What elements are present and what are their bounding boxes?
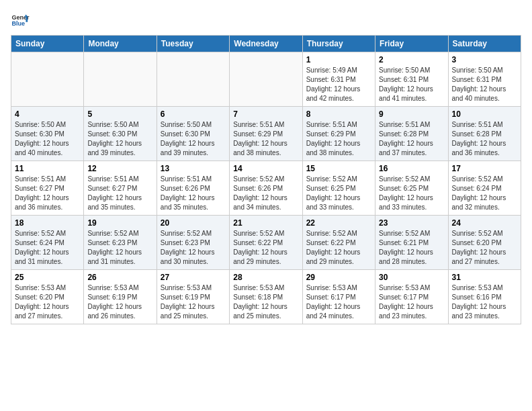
calendar-body: 1Sunrise: 5:49 AM Sunset: 6:31 PM Daylig… <box>11 52 521 324</box>
calendar-cell: 3Sunrise: 5:50 AM Sunset: 6:31 PM Daylig… <box>448 52 521 107</box>
weekday-tuesday: Tuesday <box>157 36 229 52</box>
calendar-cell: 23Sunrise: 5:52 AM Sunset: 6:21 PM Dayli… <box>375 216 448 270</box>
week-row-2: 4Sunrise: 5:50 AM Sunset: 6:30 PM Daylig… <box>11 107 521 161</box>
calendar-cell: 31Sunrise: 5:53 AM Sunset: 6:16 PM Dayli… <box>448 270 521 324</box>
svg-text:Blue: Blue <box>11 20 25 27</box>
day-info: Sunrise: 5:52 AM Sunset: 6:23 PM Dayligh… <box>161 229 226 267</box>
day-info: Sunrise: 5:52 AM Sunset: 6:20 PM Dayligh… <box>452 229 517 267</box>
calendar-cell: 12Sunrise: 5:51 AM Sunset: 6:27 PM Dayli… <box>84 161 157 216</box>
calendar-cell: 17Sunrise: 5:52 AM Sunset: 6:24 PM Dayli… <box>448 161 521 216</box>
day-number: 15 <box>306 164 371 173</box>
day-number: 22 <box>306 218 371 228</box>
day-number: 6 <box>161 109 226 119</box>
calendar-cell: 5Sunrise: 5:50 AM Sunset: 6:30 PM Daylig… <box>84 107 157 161</box>
day-number: 14 <box>233 164 298 173</box>
day-info: Sunrise: 5:53 AM Sunset: 6:19 PM Dayligh… <box>87 283 152 321</box>
calendar-cell: 24Sunrise: 5:52 AM Sunset: 6:20 PM Dayli… <box>448 216 521 270</box>
day-number: 29 <box>306 273 371 282</box>
week-row-5: 25Sunrise: 5:53 AM Sunset: 6:20 PM Dayli… <box>11 270 521 324</box>
logo: General Blue <box>11 11 30 30</box>
weekday-friday: Friday <box>375 36 448 52</box>
calendar-cell: 18Sunrise: 5:52 AM Sunset: 6:24 PM Dayli… <box>11 216 84 270</box>
day-info: Sunrise: 5:53 AM Sunset: 6:17 PM Dayligh… <box>306 283 371 321</box>
calendar-cell: 19Sunrise: 5:52 AM Sunset: 6:23 PM Dayli… <box>84 216 157 270</box>
day-number: 7 <box>233 109 298 119</box>
day-number: 20 <box>161 218 226 228</box>
calendar-cell <box>157 52 229 107</box>
day-number: 24 <box>452 218 517 228</box>
week-row-1: 1Sunrise: 5:49 AM Sunset: 6:31 PM Daylig… <box>11 52 521 107</box>
calendar-cell <box>11 52 84 107</box>
day-number: 8 <box>306 109 371 119</box>
calendar-table: SundayMondayTuesdayWednesdayThursdayFrid… <box>11 35 521 324</box>
day-number: 30 <box>379 273 444 282</box>
day-number: 9 <box>379 109 444 119</box>
day-info: Sunrise: 5:51 AM Sunset: 6:26 PM Dayligh… <box>161 175 226 212</box>
day-number: 10 <box>452 109 517 119</box>
day-number: 11 <box>15 164 80 173</box>
day-number: 23 <box>379 218 444 228</box>
day-number: 13 <box>161 164 226 173</box>
day-number: 16 <box>379 164 444 173</box>
calendar-cell: 8Sunrise: 5:51 AM Sunset: 6:29 PM Daylig… <box>302 107 375 161</box>
day-info: Sunrise: 5:52 AM Sunset: 6:22 PM Dayligh… <box>306 229 371 267</box>
day-number: 17 <box>452 164 517 173</box>
day-number: 12 <box>87 164 152 173</box>
day-info: Sunrise: 5:52 AM Sunset: 6:22 PM Dayligh… <box>233 229 298 267</box>
day-info: Sunrise: 5:52 AM Sunset: 6:24 PM Dayligh… <box>15 229 80 267</box>
day-info: Sunrise: 5:52 AM Sunset: 6:25 PM Dayligh… <box>379 175 444 212</box>
calendar-cell: 10Sunrise: 5:51 AM Sunset: 6:28 PM Dayli… <box>448 107 521 161</box>
day-number: 4 <box>15 109 80 119</box>
weekday-wednesday: Wednesday <box>230 36 302 52</box>
calendar-cell: 7Sunrise: 5:51 AM Sunset: 6:29 PM Daylig… <box>230 107 302 161</box>
weekday-monday: Monday <box>84 36 157 52</box>
day-info: Sunrise: 5:50 AM Sunset: 6:31 PM Dayligh… <box>379 66 444 103</box>
day-info: Sunrise: 5:51 AM Sunset: 6:27 PM Dayligh… <box>87 175 152 212</box>
day-info: Sunrise: 5:52 AM Sunset: 6:25 PM Dayligh… <box>306 175 371 212</box>
calendar-cell: 28Sunrise: 5:53 AM Sunset: 6:18 PM Dayli… <box>230 270 302 324</box>
day-info: Sunrise: 5:50 AM Sunset: 6:30 PM Dayligh… <box>161 120 226 158</box>
day-info: Sunrise: 5:53 AM Sunset: 6:18 PM Dayligh… <box>233 283 298 321</box>
calendar-cell: 6Sunrise: 5:50 AM Sunset: 6:30 PM Daylig… <box>157 107 229 161</box>
day-info: Sunrise: 5:51 AM Sunset: 6:28 PM Dayligh… <box>452 120 517 158</box>
day-number: 31 <box>452 273 517 282</box>
day-info: Sunrise: 5:53 AM Sunset: 6:20 PM Dayligh… <box>15 283 80 321</box>
day-number: 2 <box>379 55 444 64</box>
calendar-cell: 11Sunrise: 5:51 AM Sunset: 6:27 PM Dayli… <box>11 161 84 216</box>
day-number: 21 <box>233 218 298 228</box>
calendar-cell: 20Sunrise: 5:52 AM Sunset: 6:23 PM Dayli… <box>157 216 229 270</box>
day-info: Sunrise: 5:51 AM Sunset: 6:28 PM Dayligh… <box>379 120 444 158</box>
day-info: Sunrise: 5:50 AM Sunset: 6:30 PM Dayligh… <box>15 120 80 158</box>
day-info: Sunrise: 5:53 AM Sunset: 6:16 PM Dayligh… <box>452 283 517 321</box>
day-info: Sunrise: 5:51 AM Sunset: 6:29 PM Dayligh… <box>233 120 298 158</box>
calendar-cell: 21Sunrise: 5:52 AM Sunset: 6:22 PM Dayli… <box>230 216 302 270</box>
day-info: Sunrise: 5:52 AM Sunset: 6:21 PM Dayligh… <box>379 229 444 267</box>
day-info: Sunrise: 5:52 AM Sunset: 6:23 PM Dayligh… <box>87 229 152 267</box>
weekday-saturday: Saturday <box>448 36 521 52</box>
day-number: 25 <box>15 273 80 282</box>
day-number: 1 <box>306 55 371 64</box>
day-info: Sunrise: 5:51 AM Sunset: 6:29 PM Dayligh… <box>306 120 371 158</box>
calendar-cell: 22Sunrise: 5:52 AM Sunset: 6:22 PM Dayli… <box>302 216 375 270</box>
day-info: Sunrise: 5:52 AM Sunset: 6:26 PM Dayligh… <box>233 175 298 212</box>
day-number: 18 <box>15 218 80 228</box>
day-number: 5 <box>87 109 152 119</box>
day-number: 19 <box>87 218 152 228</box>
calendar-cell: 1Sunrise: 5:49 AM Sunset: 6:31 PM Daylig… <box>302 52 375 107</box>
day-info: Sunrise: 5:49 AM Sunset: 6:31 PM Dayligh… <box>306 66 371 103</box>
day-number: 27 <box>161 273 226 282</box>
day-info: Sunrise: 5:50 AM Sunset: 6:30 PM Dayligh… <box>87 120 152 158</box>
calendar-cell: 16Sunrise: 5:52 AM Sunset: 6:25 PM Dayli… <box>375 161 448 216</box>
calendar-cell <box>230 52 302 107</box>
day-info: Sunrise: 5:50 AM Sunset: 6:31 PM Dayligh… <box>452 66 517 103</box>
calendar-cell: 2Sunrise: 5:50 AM Sunset: 6:31 PM Daylig… <box>375 52 448 107</box>
calendar-cell: 26Sunrise: 5:53 AM Sunset: 6:19 PM Dayli… <box>84 270 157 324</box>
calendar-cell: 13Sunrise: 5:51 AM Sunset: 6:26 PM Dayli… <box>157 161 229 216</box>
calendar-cell: 27Sunrise: 5:53 AM Sunset: 6:19 PM Dayli… <box>157 270 229 324</box>
calendar-cell <box>84 52 157 107</box>
calendar-cell: 25Sunrise: 5:53 AM Sunset: 6:20 PM Dayli… <box>11 270 84 324</box>
weekday-sunday: Sunday <box>11 36 84 52</box>
calendar-cell: 14Sunrise: 5:52 AM Sunset: 6:26 PM Dayli… <box>230 161 302 216</box>
calendar-cell: 15Sunrise: 5:52 AM Sunset: 6:25 PM Dayli… <box>302 161 375 216</box>
day-info: Sunrise: 5:53 AM Sunset: 6:19 PM Dayligh… <box>161 283 226 321</box>
